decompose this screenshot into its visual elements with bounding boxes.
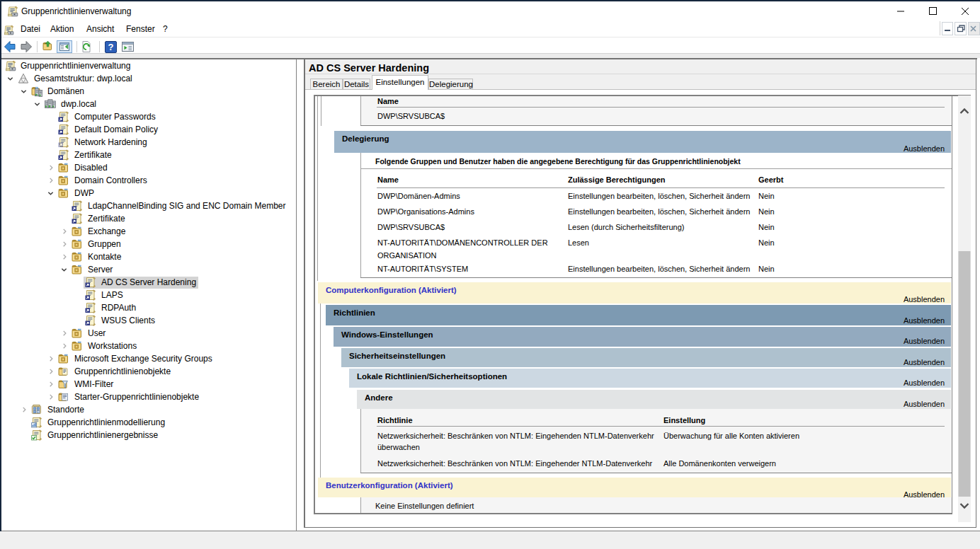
svg-text:?: ?	[108, 42, 114, 52]
